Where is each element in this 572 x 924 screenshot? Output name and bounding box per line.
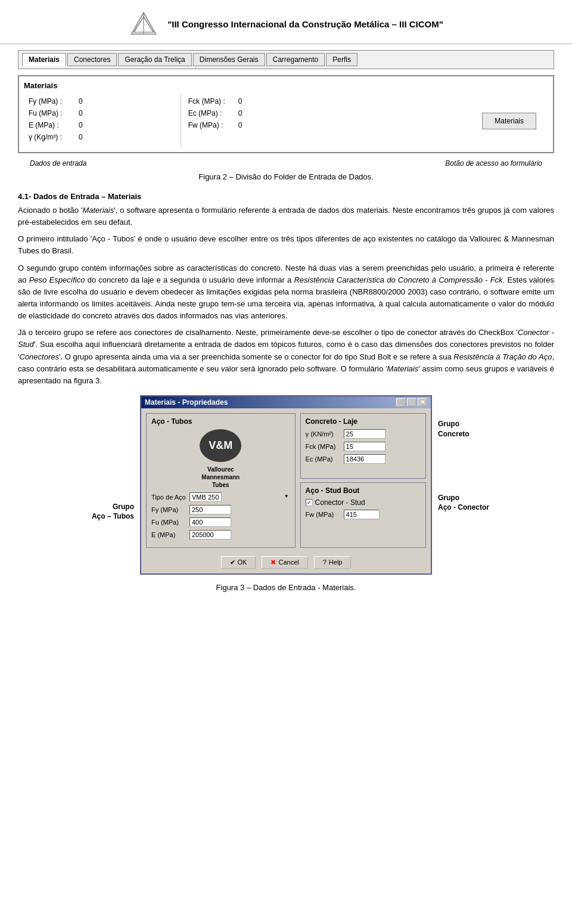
dialog-area: Grupo Aço – Tubos Materiais - Propriedad… xyxy=(18,395,554,575)
aco-field-input-0[interactable] xyxy=(189,505,231,514)
fw-row: Fw (MPa) xyxy=(306,510,421,519)
right-value-0: 0 xyxy=(238,97,256,106)
left-value-0: 0 xyxy=(79,97,97,106)
body-text: Acionado o botão 'Materiais', o software… xyxy=(18,204,554,387)
concreto-field-input-2[interactable] xyxy=(344,454,386,464)
tipo-aco-select[interactable]: VMB 250 xyxy=(189,492,222,502)
tipo-aco-label: Tipo de Aço xyxy=(151,494,187,501)
dialog-titlebar: Materiais - Propriedades _ □ ✕ xyxy=(141,396,431,408)
page-title: "III Congresso Internacional da Construç… xyxy=(167,19,443,29)
toolbar-tab-carregamento[interactable]: Carregamento xyxy=(266,53,325,66)
left-label-1: Fu (MPa) : xyxy=(29,109,76,117)
concreto-field-row-2: Ec (MPa) xyxy=(306,454,421,464)
callout-right-group: Grupo Concreto Grupo Aço - Conector xyxy=(432,395,509,575)
dialog-container: Materiais - Propriedades _ □ ✕ Aço - Tub… xyxy=(140,395,432,575)
ok-icon: ✔ xyxy=(230,559,235,566)
ok-button[interactable]: ✔ OK xyxy=(221,556,256,569)
annotation-right: Botão de acesso ao formulário xyxy=(445,159,542,168)
concreto-field-input-1[interactable] xyxy=(344,442,386,451)
callout-aco-tubos-label: Grupo Aço – Tubos xyxy=(92,502,134,522)
callout-left-group: Grupo Aço – Tubos xyxy=(63,395,140,575)
group-aco-tubos: Aço - Tubos V&M VallourecMannesmannTubes… xyxy=(146,413,296,548)
group-stud: Aço - Stud Bout ✓ Conector - Stud Fw (MP… xyxy=(300,482,426,548)
left-value-1: 0 xyxy=(79,109,97,117)
toolbar: MateriaisConectoresGeração da TreliçaDim… xyxy=(18,50,554,69)
section-heading: 4.1- Dados de Entrada – Materiais xyxy=(18,192,554,201)
close-button[interactable]: ✕ xyxy=(418,398,427,407)
vm-logo: V&M xyxy=(200,429,241,462)
dialog-body: Aço - Tubos V&M VallourecMannesmannTubes… xyxy=(141,408,431,553)
titlebar-buttons: _ □ ✕ xyxy=(396,398,427,407)
aco-field-input-1[interactable] xyxy=(189,517,231,527)
right-label-2: Fw (MPa) : xyxy=(188,121,236,129)
left-value-2: 0 xyxy=(79,121,97,129)
materials-button[interactable]: Materiais xyxy=(482,113,536,129)
group-aco-tubos-title: Aço - Tubos xyxy=(151,417,290,426)
right-field-row-0: Fck (MPa) :0 xyxy=(188,97,333,106)
group-stud-title: Aço - Stud Bout xyxy=(306,486,421,495)
toolbar-tabs: MateriaisConectoresGeração da TreliçaDim… xyxy=(22,53,550,66)
page-header: "III Congresso Internacional da Construç… xyxy=(0,0,572,44)
concreto-field-input-0[interactable] xyxy=(344,429,386,439)
paragraph-2: O segundo grupo contém informações sobre… xyxy=(18,262,554,323)
figure2-caption: Figura 2 – Divisão do Folder de Entrada … xyxy=(18,172,554,181)
right-field-row-1: Ec (MPa) :0 xyxy=(188,109,333,117)
right-fields: Fck (MPa) :0Ec (MPa) :0Fw (MPa) :0 xyxy=(184,95,338,147)
aco-field-input-2[interactable] xyxy=(189,530,231,539)
separator xyxy=(181,95,181,147)
figure3-caption: Figura 3 – Dados de Entrada - Materiais. xyxy=(18,583,554,592)
toolbar-tab-conectores[interactable]: Conectores xyxy=(67,53,117,66)
dialog-title: Materiais - Propriedades xyxy=(145,398,228,407)
conector-stud-checkbox[interactable]: ✓ xyxy=(306,499,313,506)
aco-field-label-0: Fy (MPa) xyxy=(151,506,187,513)
aco-field-label-1: Fu (MPa) xyxy=(151,519,187,526)
left-field-row-0: Fy (MPa) :0 xyxy=(29,97,173,106)
callout-aco-conector-label: Grupo Aço - Conector xyxy=(438,493,489,513)
right-label-0: Fck (MPa) : xyxy=(188,97,236,106)
toolbar-tab-dimensões-gerais[interactable]: Dimensões Gerais xyxy=(193,53,265,66)
main-panel: Materiais Fy (MPa) :0Fu (MPa) :0E (MPa) … xyxy=(18,75,554,153)
vm-subtitle: VallourecMannesmannTubes xyxy=(151,466,290,489)
dialog-footer: ✔ OK ✖ Cancel ? Help xyxy=(141,553,431,573)
group-concreto-title: Concreto - Laje xyxy=(306,417,421,426)
right-value-1: 0 xyxy=(238,109,256,117)
minimize-button[interactable]: _ xyxy=(396,398,406,407)
left-label-3: γ (Kg/m³) : xyxy=(29,133,76,141)
toolbar-tab-perfis[interactable]: Perfis xyxy=(326,53,358,66)
right-field-row-2: Fw (MPa) :0 xyxy=(188,121,333,129)
toolbar-tab-geração-da-treliça[interactable]: Geração da Treliça xyxy=(118,53,191,66)
right-label-1: Ec (MPa) : xyxy=(188,109,236,117)
checkbox-row: ✓ Conector - Stud xyxy=(306,498,421,507)
concreto-field-row-0: γ (KN/m²) xyxy=(306,429,421,439)
tipo-aco-select-wrap: VMB 250 xyxy=(189,492,290,502)
left-fields: Fy (MPa) :0Fu (MPa) :0E (MPa) :0γ (Kg/m³… xyxy=(24,95,178,147)
aco-field-row-1: Fu (MPa) xyxy=(151,517,290,527)
right-groups: Concreto - Laje γ (KN/m²)Fck (MPa)Ec (MP… xyxy=(300,413,426,548)
left-label-0: Fy (MPa) : xyxy=(29,97,76,106)
aco-field-row-0: Fy (MPa) xyxy=(151,505,290,514)
fw-input[interactable] xyxy=(344,510,380,519)
panel-title: Materiais xyxy=(24,81,548,90)
concreto-field-row-1: Fck (MPa) xyxy=(306,442,421,451)
left-value-3: 0 xyxy=(79,133,97,141)
callout-concreto-label: Grupo Concreto xyxy=(438,419,470,439)
paragraph-3: Já o terceiro grupo se refere aos conect… xyxy=(18,327,554,387)
left-field-row-1: Fu (MPa) :0 xyxy=(29,109,173,117)
paragraph-0: Acionado o botão 'Materiais', o software… xyxy=(18,204,554,228)
left-field-row-2: E (MPa) :0 xyxy=(29,121,173,129)
fw-label: Fw (MPa) xyxy=(306,511,341,518)
concreto-field-label-2: Ec (MPa) xyxy=(306,455,341,463)
aco-field-row-2: E (MPa) xyxy=(151,530,290,539)
toolbar-tab-materiais[interactable]: Materiais xyxy=(22,53,66,66)
cancel-icon: ✖ xyxy=(271,559,276,566)
help-button[interactable]: ? Help xyxy=(314,556,352,569)
maximize-button[interactable]: □ xyxy=(407,398,416,407)
concreto-field-label-0: γ (KN/m²) xyxy=(306,430,341,438)
cancel-button[interactable]: ✖ Cancel xyxy=(262,556,307,569)
annotation-left: Dados de entrada xyxy=(30,159,86,168)
aco-fields: Fy (MPa)Fu (MPa)E (MPa) xyxy=(151,505,290,539)
dialog-box: Materiais - Propriedades _ □ ✕ Aço - Tub… xyxy=(140,395,432,575)
annotation-row: Dados de entrada Botão de acesso ao form… xyxy=(18,159,554,168)
left-label-2: E (MPa) : xyxy=(29,121,76,129)
help-icon: ? xyxy=(323,559,327,566)
